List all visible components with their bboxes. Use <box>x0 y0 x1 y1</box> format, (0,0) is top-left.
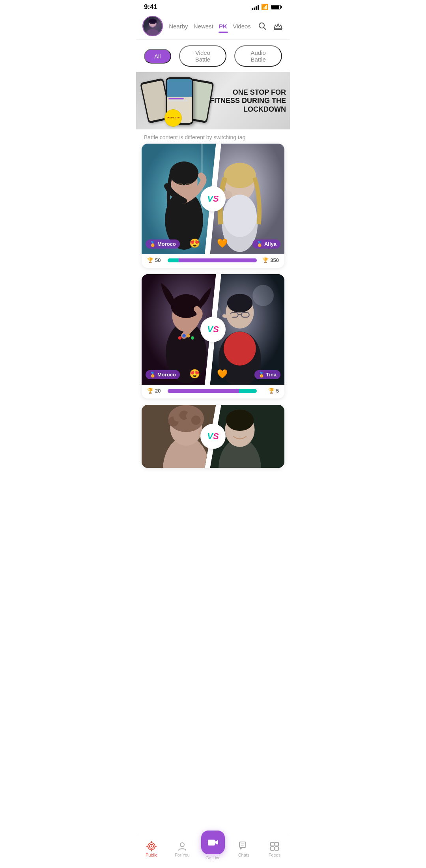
svg-point-36 <box>224 331 256 365</box>
svg-point-29 <box>182 334 186 338</box>
filter-row: All Video Battle Audio Battle <box>136 40 290 72</box>
score-row-2: 🏆 20 🏆 5 <box>142 385 284 398</box>
trophy-left-1: 🏆 <box>147 257 153 263</box>
svg-rect-1 <box>271 6 279 9</box>
status-bar: 9:41 📶 <box>136 0 290 13</box>
svg-point-21 <box>224 163 256 189</box>
filter-all[interactable]: All <box>144 49 171 64</box>
battle-card-1[interactable]: VS 🏅 Moroco 🏅 Aliya 😍 🧡 🏆 50 <box>142 144 284 268</box>
right-user-verified-2: 🏅 <box>258 372 265 378</box>
left-user-name-1: Moroco <box>157 241 176 247</box>
left-score-1: 🏆 50 <box>147 257 166 263</box>
left-user-name-2: Moroco <box>157 372 176 378</box>
right-user-name-2: Tina <box>266 372 277 378</box>
banner-title: ONE STOP FOR FITNESS DURING THE LOCKDOWN <box>209 88 286 114</box>
battle-images-3: VS <box>142 405 284 468</box>
svg-point-4 <box>146 29 159 36</box>
svg-point-50 <box>191 415 201 425</box>
svg-rect-10 <box>274 29 282 30</box>
right-user-name-1: Aliya <box>264 241 277 247</box>
left-score-2: 🏆 20 <box>147 388 166 394</box>
svg-point-15 <box>170 161 198 185</box>
left-emoji-1: 😍 <box>189 238 200 249</box>
svg-point-33 <box>252 285 274 306</box>
right-emoji-1: 🧡 <box>217 238 228 249</box>
trophy-left-2: 🏆 <box>147 388 153 394</box>
progress-right-2 <box>239 389 257 393</box>
trophy-right-2: 🏆 <box>268 388 275 394</box>
vs-badge-2: VS <box>200 317 226 342</box>
right-emoji-2: 🧡 <box>217 369 228 379</box>
left-user-verified-2: 🏅 <box>149 372 156 378</box>
user-avatar[interactable] <box>142 16 163 36</box>
svg-point-28 <box>178 336 182 340</box>
right-user-label-2: 🏅 Tina <box>254 370 281 379</box>
signal-icon <box>252 4 259 10</box>
crown-button[interactable] <box>273 21 284 32</box>
status-time: 9:41 <box>144 3 157 11</box>
filter-audio-battle[interactable]: Audio Battle <box>234 45 282 67</box>
battle-images-2: VS 🏅 Moroco 🏅 Tina 😍 🧡 <box>142 274 284 385</box>
tab-videos[interactable]: Videos <box>231 21 252 31</box>
vs-badge-1: VS <box>200 186 226 211</box>
svg-point-38 <box>227 294 253 312</box>
battle-images-1: VS 🏅 Moroco 🏅 Aliya 😍 🧡 <box>142 144 284 254</box>
avatar-image <box>143 17 162 36</box>
progress-bar-1 <box>168 258 257 262</box>
right-user-verified-1: 🏅 <box>256 241 263 247</box>
scroll-content: GOLD'S GYM ONE STOP FOR FITNESS DURING T… <box>136 72 290 514</box>
trophy-right-1: 🏆 <box>262 257 269 263</box>
progress-left-1 <box>168 258 179 262</box>
nav-icons <box>257 21 284 32</box>
svg-point-54 <box>226 410 254 431</box>
header-nav: Nearby Newest PK Videos <box>136 13 290 39</box>
progress-bar-2 <box>168 389 257 393</box>
status-icons: 📶 <box>252 4 282 11</box>
svg-point-31 <box>191 336 194 340</box>
left-emoji-2: 😍 <box>189 369 200 379</box>
svg-rect-2 <box>281 6 282 8</box>
left-user-label-2: 🏅 Moroco <box>146 370 180 379</box>
svg-point-30 <box>187 334 190 338</box>
svg-point-23 <box>223 195 257 237</box>
right-score-1: 🏆 350 <box>258 257 279 263</box>
svg-line-9 <box>264 28 266 30</box>
battle-card-2[interactable]: VS 🏅 Moroco 🏅 Tina 😍 🧡 🏆 20 <box>142 274 284 398</box>
filter-video-battle[interactable]: Video Battle <box>179 45 227 67</box>
battery-icon <box>271 4 282 10</box>
right-score-2: 🏆 5 <box>258 388 279 394</box>
promotional-banner[interactable]: GOLD'S GYM ONE STOP FOR FITNESS DURING T… <box>136 72 290 129</box>
search-button[interactable] <box>257 21 268 32</box>
tab-nearby[interactable]: Nearby <box>167 21 189 31</box>
vs-badge-3: VS <box>200 424 226 449</box>
tab-pk[interactable]: PK <box>217 21 229 31</box>
right-user-label-1: 🏅 Aliya <box>252 239 280 249</box>
left-user-label-1: 🏅 Moroco <box>146 239 180 249</box>
battle-card-3[interactable]: VS <box>142 405 284 468</box>
score-row-1: 🏆 50 🏆 350 <box>142 254 284 268</box>
left-user-verified-1: 🏅 <box>149 241 156 247</box>
banner-text: ONE STOP FOR FITNESS DURING THE LOCKDOWN <box>209 88 286 114</box>
progress-right-1 <box>179 258 257 262</box>
banner-phones: GOLD'S GYM <box>140 72 214 129</box>
svg-point-7 <box>149 19 156 23</box>
goldsgyms-logo-text: GOLD'S GYM <box>167 117 179 119</box>
battle-info-text: Battle content is different by switching… <box>136 129 290 144</box>
progress-left-2 <box>168 389 239 393</box>
wifi-icon: 📶 <box>261 4 269 11</box>
nav-tabs: Nearby Newest PK Videos <box>163 21 254 31</box>
tab-newest[interactable]: Newest <box>192 21 215 31</box>
